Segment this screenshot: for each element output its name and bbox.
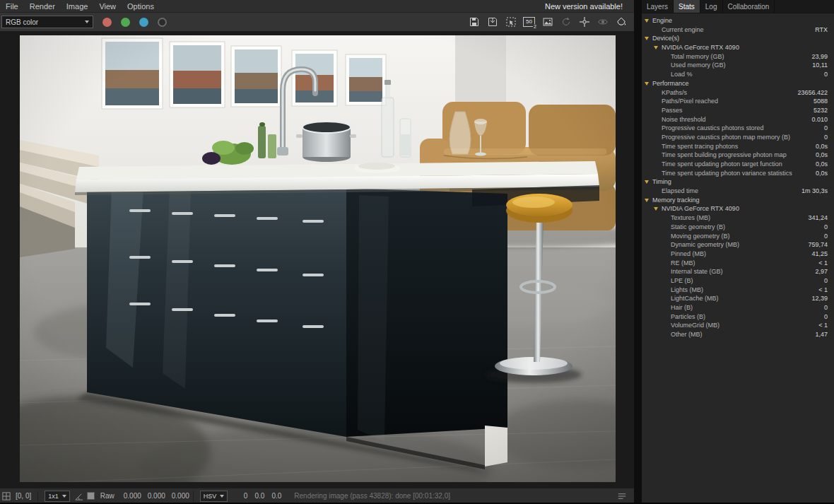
expand-arrow-icon[interactable] [654,46,662,49]
stats-row: Progressive caustics photon map memory (… [642,133,834,142]
save-image-icon[interactable] [468,16,480,28]
expand-arrow-icon[interactable] [645,199,652,202]
stats-row: Moving geometry (B) 0 [642,232,834,241]
menu-options[interactable]: Options [122,2,160,11]
stats-row: LPE (B) 0 [642,276,834,286]
hsv-s-value: 0.0 [247,492,264,500]
stats-group-row[interactable]: NVIDIA GeForce RTX 4090 [642,204,834,213]
stat-value: 0,0s [816,169,834,178]
octane-render-window: File Render Image View Options New versi… [0,0,834,504]
menu-render[interactable]: Render [24,2,61,11]
stats-row: Particles (B) 0 [642,312,834,322]
camera-orbit-icon[interactable] [597,16,609,28]
stat-label: Elapsed time [662,187,698,196]
green-channel-dot[interactable] [121,18,130,27]
expand-arrow-icon[interactable] [645,180,652,184]
stat-value: 41,25 [811,250,834,259]
blue-channel-dot[interactable] [139,18,148,27]
stat-value: 0 [824,312,834,322]
expand-arrow-icon[interactable] [654,207,662,211]
pixel-probe-icon[interactable] [0,491,13,501]
tab-collaboration[interactable]: Collaboration [723,0,775,13]
clay-mode-icon[interactable] [615,16,627,28]
expand-arrow-icon[interactable] [645,19,652,23]
render-region-icon[interactable] [505,16,517,28]
stat-label: Time spent building progressive photon m… [662,151,787,160]
stat-label: VolumeGrid (MB) [671,321,720,330]
stat-label: Other (MB) [671,330,703,339]
stat-label: Passes [662,106,683,115]
stat-label: LPE (B) [671,276,693,286]
compare-image-icon[interactable] [541,16,553,28]
chevron-down-icon [220,495,224,498]
expand-arrow-icon[interactable] [645,82,652,86]
stat-value: 341,24 [808,213,834,223]
new-version-notice[interactable]: New version available! [545,2,634,11]
stat-value: 0 [824,133,834,142]
stat-value: < 1 [818,321,834,330]
picked-color-swatch[interactable] [87,492,95,500]
stat-label: Paths/Pixel reached [662,97,718,106]
export-render-passes-icon[interactable] [486,16,498,28]
subsampling-level: 2 [533,24,537,29]
stat-label: Internal state (GB) [671,267,723,276]
raw-label[interactable]: Raw [98,492,117,500]
stat-value: 759,74 [808,240,834,250]
stat-value: 23,99 [811,52,834,61]
angle-measure-icon[interactable] [73,491,86,501]
color-space-value: HSV [204,493,217,500]
color-space-select[interactable]: HSV [200,491,228,502]
menu-file[interactable]: File [0,2,24,11]
stat-value: 0.010 [811,115,834,124]
subsampling-icon[interactable]: 50 2 [523,16,535,28]
stats-group-row[interactable]: Engine [642,16,834,25]
stat-value: 0 [824,276,834,286]
expand-arrow-icon[interactable] [645,37,652,40]
zoom-select[interactable]: 1x1 [45,491,70,502]
stat-value: 0,0s [816,142,834,151]
stat-value: 23656.422 [797,88,834,98]
render-image[interactable] [20,35,616,482]
stat-value: 12,39 [811,294,834,303]
stats-group-row[interactable]: Memory tracking [642,196,834,205]
stats-group-row[interactable]: NVIDIA GeForce RTX 4090 [642,43,834,52]
stat-label: Memory tracking [652,196,700,205]
recenter-view-icon[interactable] [578,16,590,28]
stat-label: RE (MB) [671,259,695,268]
display-mode-select[interactable]: RGB color [1,16,93,28]
menubar: File Render Image View Options New versi… [0,0,634,13]
render-viewport[interactable] [0,31,634,488]
vignette [20,35,616,482]
viewport-toolbar: RGB color 50 2 [0,13,634,32]
menu-view[interactable]: View [93,2,122,11]
tab-layers[interactable]: Layers [642,0,674,13]
stats-row: Lights (MB) < 1 [642,286,834,295]
stat-label: Time spent updating photon variance stat… [662,169,792,178]
stats-row: Time spent updating photon variance stat… [642,169,834,178]
red-channel-dot[interactable] [102,18,112,27]
tab-stats[interactable]: Stats [674,0,700,13]
hsv-v-value: 0.0 [264,492,281,500]
panel-splitter[interactable] [634,0,642,504]
dark-channel-dot[interactable] [158,18,167,27]
stats-row: Elapsed time 1m 30,3s [642,187,834,196]
stats-group-row[interactable]: Performance [642,79,834,88]
hsv-h-value: 0 [230,492,247,500]
stats-row: Pinned (MB) 41,25 [642,250,834,259]
stats-group-row[interactable]: Timing [642,177,834,187]
stats-group-row[interactable]: Device(s) [642,34,834,43]
toolbar-icon-group: 50 2 [468,16,634,28]
log-panel-icon[interactable] [616,491,634,501]
stats-row: Total memory (GB) 23,99 [642,52,834,61]
menu-image[interactable]: Image [61,2,94,11]
stats-row: Dynamic geometry (MB) 759,74 [642,240,834,250]
refresh-render-icon[interactable] [560,16,572,28]
stats-row: Textures (MB) 341,24 [642,213,834,223]
stat-value: 0 [824,223,834,232]
stat-value: RTX [815,25,834,35]
stat-label: Moving geometry (B) [671,232,730,241]
stat-value: 1,47 [815,330,834,339]
tab-log[interactable]: Log [700,0,723,13]
stats-row: Time spent tracing photons 0,0s [642,142,834,151]
stats-row: Paths/Pixel reached 5088 [642,97,834,106]
